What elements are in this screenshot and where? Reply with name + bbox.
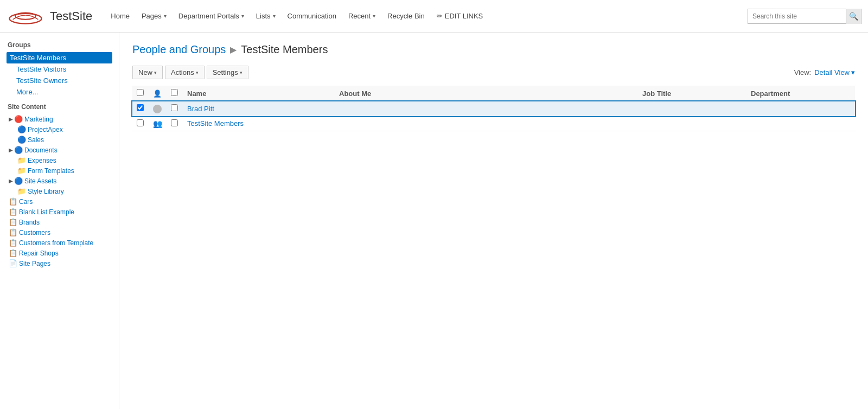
nav-recycle-bin[interactable]: Recycle Bin [382,0,430,33]
header-dept-col[interactable]: Department [746,86,855,101]
sidebar-item-testsite-members[interactable]: TestSite Members [7,52,112,63]
select-all-checkbox2[interactable] [171,89,178,96]
row2-icon: 👥 [149,116,167,131]
logo-area: TestSite [7,5,92,27]
breadcrumb-current: TestSite Members [241,43,328,56]
view-caret-icon: ▾ [851,68,855,76]
sidebar-item-more[interactable]: More... [7,86,112,98]
row1-check [132,101,149,117]
row1-job [638,101,746,117]
header-job-col[interactable]: Job Title [638,86,746,101]
row1-about [335,101,638,117]
row1-name: Brad Pitt [183,101,335,117]
tree-expenses[interactable]: 📁 Expenses [7,155,112,165]
tree-projectapex[interactable]: 🔵 ProjectApex [7,124,112,135]
marketing-icon: 🔴 [14,115,23,123]
tree-blank-list[interactable]: 📋 Blank List Example [7,207,112,217]
repair-shops-icon: 📋 [9,249,17,257]
sidebar-item-testsite-visitors[interactable]: TestSite Visitors [7,63,112,75]
nav-recent[interactable]: Recent ▾ [343,0,381,33]
row1-checkbox2[interactable] [171,104,178,111]
row2-about [335,116,638,131]
select-all-checkbox[interactable] [137,89,144,96]
row1-dept [746,101,855,117]
tree-site-pages[interactable]: 📄 Site Pages [7,258,112,269]
toolbar: New ▾ Actions ▾ Settings ▾ View: Detail … [132,66,855,79]
tree-customers-from-template[interactable]: 📋 Customers from Template [7,238,112,248]
search-button[interactable]: 🔍 [846,9,861,24]
header-about-col[interactable]: About Me [335,86,638,101]
nav-home[interactable]: Home [105,0,135,33]
nav-bar: Home Pages ▾ Department Portals ▾ Lists … [105,0,748,33]
sales-icon: 🔵 [17,136,26,144]
table-row: 👥 TestSite Members [132,116,855,131]
table-row: Brad Pitt [132,101,855,117]
documents-icon: 🔵 [14,146,23,154]
site-content-title: Site Content [7,103,112,111]
nav-department-portals[interactable]: Department Portals ▾ [173,0,250,33]
expand-site-assets-icon: ▶ [9,178,13,184]
edit-links[interactable]: ✏ EDIT LINKS [431,0,489,33]
header-name-col[interactable]: Name [183,86,335,101]
row1-icon [149,101,167,117]
tree-sales[interactable]: 🔵 Sales [7,135,112,145]
main-content: People and Groups ▶ TestSite Members New… [119,33,868,409]
row2-checkbox2[interactable] [171,119,178,126]
pages-caret: ▾ [164,13,167,19]
group-icon: 👥 [153,119,162,128]
new-caret-icon: ▾ [154,70,157,75]
breadcrumb-parent[interactable]: People and Groups [132,43,226,56]
lists-caret: ▾ [273,13,276,19]
nav-lists[interactable]: Lists ▾ [251,0,281,33]
row2-dept [746,116,855,131]
sidebar: Groups TestSite Members TestSite Visitor… [0,33,119,409]
site-logo [7,5,44,27]
tree-site-assets[interactable]: ▶ 🔵 Site Assets [7,176,112,186]
breadcrumb-separator: ▶ [230,44,237,55]
site-assets-icon: 🔵 [14,177,23,185]
row2-name: TestSite Members [183,116,335,131]
header-check-col [132,86,149,101]
nav-communication[interactable]: Communication [282,0,342,33]
recent-caret: ▾ [373,13,375,19]
actions-button[interactable]: Actions ▾ [165,66,205,79]
nav-pages[interactable]: Pages ▾ [136,0,172,33]
tree-form-templates[interactable]: 📁 Form Templates [7,165,112,176]
tree-repair-shops[interactable]: 📋 Repair Shops [7,248,112,258]
settings-button[interactable]: Settings ▾ [207,66,248,79]
customers-icon: 📋 [9,228,17,237]
person-avatar-icon [153,105,162,113]
sidebar-item-testsite-owners[interactable]: TestSite Owners [7,75,112,86]
tree-marketing[interactable]: ▶ 🔴 Marketing [7,114,112,124]
new-button[interactable]: New ▾ [132,66,163,79]
cars-icon: 📋 [9,197,17,206]
style-library-icon: 📁 [17,187,26,195]
actions-caret-icon: ▾ [196,70,199,75]
row2-name-link[interactable]: TestSite Members [187,119,244,127]
search-input[interactable] [748,12,846,20]
tree-cars[interactable]: 📋 Cars [7,196,112,207]
row1-checkbox[interactable] [137,104,144,111]
customers-template-icon: 📋 [9,239,17,247]
blank-list-icon: 📋 [9,208,17,216]
person-icon-header: 👤 [153,90,162,98]
dept-caret: ▾ [241,13,244,19]
settings-caret-icon: ▾ [240,70,242,75]
search-area: 🔍 [748,9,861,24]
tree-brands[interactable]: 📋 Brands [7,217,112,227]
view-selector: View: Detail View ▾ [794,68,855,76]
expand-documents-icon: ▶ [9,147,13,153]
people-table: 👤 Name About Me Job Title Department [132,86,855,131]
tree-customers[interactable]: 📋 Customers [7,227,112,238]
breadcrumb: People and Groups ▶ TestSite Members [132,43,855,56]
row2-checkbox[interactable] [137,119,144,126]
tree-style-library[interactable]: 📁 Style Library [7,186,112,196]
row1-check2 [167,101,183,117]
site-title: TestSite [50,9,92,23]
tree-documents[interactable]: ▶ 🔵 Documents [7,145,112,155]
row1-name-link[interactable]: Brad Pitt [187,105,214,113]
projectapex-icon: 🔵 [17,125,26,133]
row2-check2 [167,116,183,131]
view-detail-link[interactable]: Detail View ▾ [814,68,855,76]
site-pages-icon: 📄 [9,259,17,267]
